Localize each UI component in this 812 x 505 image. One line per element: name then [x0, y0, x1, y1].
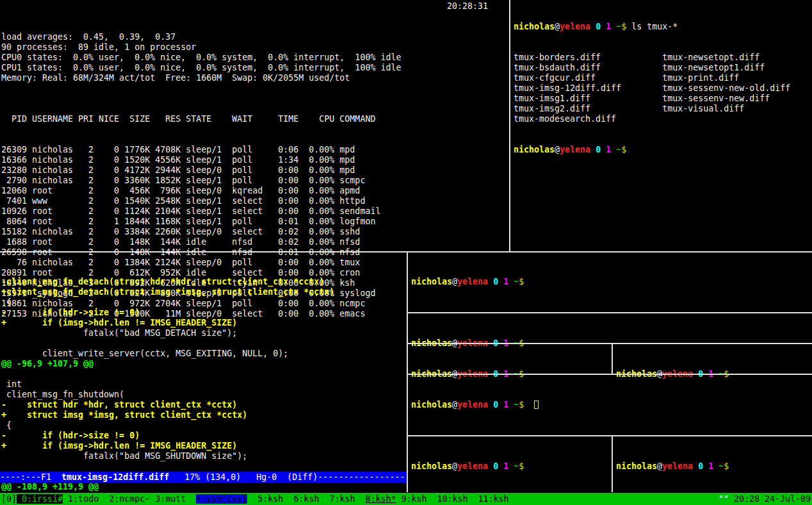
- prompt-host: yelena: [457, 277, 488, 286]
- top-clock: 20:28:31: [447, 1, 488, 12]
- diff-line: + struct imsg *imsg, struct client_ctx *…: [1, 410, 406, 420]
- status-window-entry[interactable]: 5:ksh 6:ksh 7:ksh: [247, 494, 365, 504]
- prompt-sp: [611, 145, 616, 154]
- shell-prompt: nicholas@yelena 0 1 ~$: [514, 22, 631, 31]
- prompt-sp: [508, 400, 514, 410]
- prompt-sp: [488, 400, 493, 410]
- ls-listing-line: tmux-imsg2.diff tmux-visual.diff: [514, 104, 811, 114]
- process-row: 16366 nicholas 2 0 1520K 4556K sleep/1 p…: [1, 155, 508, 165]
- prompt-host: yelena: [457, 461, 488, 471]
- shell-prompt-line: nicholas@yelena 0 1 ~$ ls tmux-*: [514, 22, 811, 32]
- diff-line: client_msg_fn_shutdown(: [1, 390, 406, 400]
- modeline-filename: tmux-imsg-12diff.diff: [61, 472, 169, 482]
- diff-line: [1, 338, 406, 349]
- prompt-hist: 0: [493, 461, 498, 471]
- shell-prompt-line: nicholas@yelena 0 1 ~$: [514, 145, 811, 155]
- process-row: 10926 root 2 0 1124K 2104K sleep/1 selec…: [1, 206, 508, 217]
- process-row: 15182 nicholas 2 0 3384K 2260K sleep/0 s…: [1, 227, 508, 237]
- status-window-entry[interactable]: [63, 494, 68, 504]
- status-window-entry[interactable]: 9:ksh 10:ksh 11:ksh: [396, 494, 508, 504]
- pane-shell-2[interactable]: nicholas@yelena 0 1 ~$: [411, 318, 808, 328]
- process-row: 23280 nicholas 2 0 4172K 2944K sleep/0 p…: [1, 165, 508, 176]
- pane-border-vertical-bottom: [407, 252, 408, 492]
- top-info-line: [1, 83, 508, 94]
- pane-shell-6[interactable]: nicholas@yelena 0 1 ~$: [411, 441, 608, 451]
- ls-listing-line: tmux-imsg-12diff.diff tmux-sessenv-new-o…: [514, 83, 811, 94]
- prompt-at: @: [452, 277, 457, 286]
- shell-prompt: nicholas@yelena 0 1 ~$: [411, 400, 529, 410]
- status-bar: [0] 0:irssi# 1:todo 2:ncmpc- 3:mutt 4:ss…: [0, 493, 812, 505]
- pane-shell-1[interactable]: nicholas@yelena 0 1 ~$: [411, 256, 808, 267]
- prompt-sp: [626, 145, 631, 154]
- pane-shell-4[interactable]: nicholas@yelena 0 1 ~$: [616, 349, 808, 359]
- prompt-sp: [703, 461, 708, 471]
- diff-line: int: [1, 379, 406, 390]
- shell-prompt-line: nicholas@yelena 0 1 ~$: [616, 461, 808, 472]
- pane-shell-7[interactable]: nicholas@yelena 0 1 ~$: [616, 441, 808, 451]
- command-text: ls tmux-*: [631, 22, 678, 31]
- prompt-sp: [611, 22, 616, 31]
- status-right: "" 20:28 24-Jul-09: [719, 493, 811, 505]
- pane-emacs-diff[interactable]: -client_msg_fn_detach(struct hdr *hdr, s…: [1, 256, 406, 482]
- ls-listing-line: tmux-modesearch.diff: [514, 114, 811, 124]
- process-row: 12060 root 2 0 456K 796K sleep/0 kqread …: [1, 186, 508, 196]
- pane-border-h3: [408, 374, 812, 375]
- pane-shell-ls[interactable]: nicholas@yelena 0 1 ~$ ls tmux-* tmux-bo…: [514, 1, 811, 251]
- top-info-lines: load averages: 0.45, 0.39, 0.3790 proces…: [1, 32, 508, 94]
- pane-border-v1: [612, 344, 613, 374]
- diff-line: @@ -96,9 +107,9 @@: [1, 359, 406, 369]
- status-window-entry[interactable]: [0]: [1, 494, 17, 504]
- shell-prompt: nicholas@yelena 0 1 ~$: [411, 277, 529, 286]
- prompt-job: 1: [503, 461, 508, 471]
- prompt-at: @: [452, 400, 457, 410]
- prompt-at: @: [555, 22, 560, 31]
- diff-line: - struct hdr *hdr, struct client_ctx *cc…: [1, 400, 406, 410]
- prompt-hist: 0: [493, 277, 498, 286]
- prompt-sp: [524, 461, 529, 471]
- pane-border-h4: [408, 435, 812, 436]
- prompt-sp: [590, 145, 596, 154]
- prompt-job: 1: [503, 400, 508, 410]
- status-right-text: 20:28 24-Jul-09: [729, 494, 811, 504]
- prompt-user: nicholas: [616, 461, 657, 471]
- status-right-text: "": [719, 494, 729, 504]
- prompt-tilde: ~: [719, 461, 724, 471]
- status-window-entry[interactable]: 0:irssi#: [17, 494, 63, 504]
- prompt-user: nicholas: [514, 145, 555, 154]
- prompt-tilde: ~: [514, 277, 519, 286]
- prompt-sp: [524, 400, 529, 410]
- pane-shell-3[interactable]: nicholas@yelena 0 1 ~$: [411, 349, 608, 359]
- prompt-hist: 0: [493, 400, 498, 410]
- prompt-at: @: [555, 145, 560, 154]
- top-info-line: Memory: Real: 68M/324M act/tot Free: 166…: [1, 73, 508, 83]
- diff-line: [1, 461, 406, 472]
- prompt-sp: [713, 461, 719, 471]
- shell-prompt: nicholas@yelena 0 1 ~$: [514, 145, 631, 154]
- diff-line: -client_msg_fn_detach(struct hdr *hdr, s…: [1, 277, 406, 287]
- prompt-job: 1: [606, 22, 611, 31]
- diff-line: + if (imsg->hdr.len != IMSG_HEADER_SIZE): [1, 318, 406, 328]
- pane-border-h1: [408, 312, 812, 313]
- process-row: 2790 nicholas 2 0 3360K 1852K sleep/1 po…: [1, 176, 508, 186]
- prompt-user: nicholas: [411, 277, 452, 286]
- status-window-entry[interactable]: 4:ssh[cvs]: [196, 494, 247, 504]
- prompt-sp: [524, 277, 529, 286]
- prompt-sp: [488, 277, 493, 286]
- diff-buffer: -client_msg_fn_detach(struct hdr *hdr, s…: [1, 277, 406, 492]
- shell-prompt: nicholas@yelena 0 1 ~$: [411, 461, 529, 471]
- status-window-entry[interactable]: 8:ksh*: [365, 494, 396, 504]
- prompt-host: yelena: [457, 400, 488, 410]
- prompt-at: @: [657, 461, 662, 471]
- pane-shell-active[interactable]: nicholas@yelena 0 1 ~$: [411, 379, 808, 390]
- terminal-cursor: [534, 401, 539, 409]
- diff-line: [1, 369, 406, 379]
- prompt-hist: 0: [698, 461, 703, 471]
- status-window-entry[interactable]: 1:todo 2:ncmpc- 3:mutt: [68, 494, 196, 504]
- top-info-line: 90 processes: 89 idle, 1 on processor: [1, 42, 508, 53]
- tmux-session-screen: 20:28:31 load averages: 0.45, 0.39, 0.37…: [0, 0, 812, 505]
- top-table-header: PID USERNAME PRI NICE SIZE RES STATE WAI…: [1, 114, 508, 124]
- diff-line: +client_msg_fn_detach(struct imsg *imsg,…: [1, 287, 406, 297]
- prompt-tilde: ~: [514, 461, 519, 471]
- status-window-list: [0] 0:irssi# 1:todo 2:ncmpc- 3:mutt 4:ss…: [1, 493, 509, 505]
- pane-top-output[interactable]: 20:28:31 load averages: 0.45, 0.39, 0.37…: [1, 1, 508, 251]
